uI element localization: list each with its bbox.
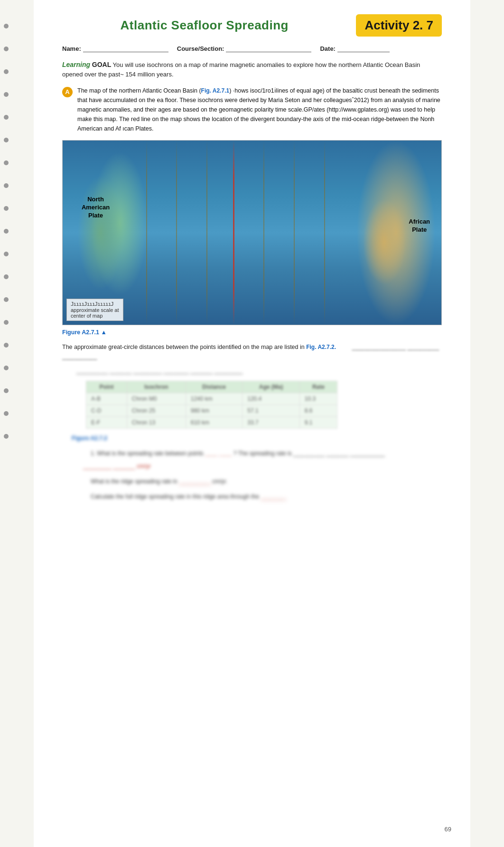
dot <box>4 297 9 302</box>
cell: 57.1 <box>243 405 300 416</box>
question-1: 1. What is the spreading rate between po… <box>76 449 442 471</box>
cell: 120.4 <box>243 393 300 405</box>
dot <box>4 434 9 439</box>
dot <box>4 320 9 325</box>
dot <box>4 160 9 165</box>
intro-text: The approximate great-circle distances b… <box>62 344 305 350</box>
isochron-line <box>324 141 325 325</box>
dot <box>4 411 9 416</box>
map-background <box>63 141 441 325</box>
dot <box>4 47 9 51</box>
dot <box>4 138 9 142</box>
intro-paragraph: The approximate great-circle distances b… <box>62 342 442 362</box>
cell: 10.3 <box>299 393 337 405</box>
isochron-line <box>146 141 147 325</box>
data-table: Point Isochron Distance Age (Ma) Rate A-… <box>86 381 337 429</box>
dot <box>4 274 9 279</box>
q3-text-blurred: Calculate the full ridge spreading rate … <box>91 492 442 501</box>
q1-answer-line: _________ _______ cm/yr <box>76 461 442 471</box>
date-line[interactable] <box>337 46 390 52</box>
dot <box>4 388 9 393</box>
q2-inline-red: __________ <box>179 478 211 485</box>
isochron-line <box>294 141 295 325</box>
section-a-text1: The map of the northern Atlantic Ocean B… <box>77 87 201 94</box>
cell: 8.6 <box>299 405 337 416</box>
page-header: Atlantic Seafloor Spreading Activity 2. … <box>62 14 442 37</box>
cell: 980 km <box>186 405 243 416</box>
cell: Chron 13 <box>127 416 186 428</box>
cell: 33.7 <box>243 416 300 428</box>
blurred-line-1: __________ _______ _________ ________ __… <box>76 366 442 376</box>
dot <box>4 206 9 211</box>
page-number: 69 <box>445 826 451 833</box>
col-header-4: Age (Ma) <box>243 381 300 393</box>
col-header-1: Point <box>86 381 127 393</box>
fig-a272-link[interactable]: Fig. A2.7.2. <box>306 344 336 350</box>
question-2: What is the ridge spreading rate in ____… <box>76 477 442 486</box>
learning-goal: Learning GOAL You will use isochrons on … <box>62 60 442 79</box>
isochron-line <box>263 141 264 325</box>
name-field: Name: <box>62 45 172 52</box>
learning-goal-text: You will use isochrons on a map of marin… <box>62 61 420 78</box>
q1-text-blurred: 1. What is the spreading rate between po… <box>91 449 442 458</box>
course-field: Course/Section: <box>177 45 316 52</box>
date-field: Date: <box>320 45 393 52</box>
dot <box>4 92 9 97</box>
section-a: A The map of the northern Atlantic Ocean… <box>62 86 442 133</box>
cell: 1240 km <box>186 393 243 405</box>
q1-inline-red: ____ ____ <box>205 450 232 457</box>
col-header-2: Isochron <box>127 381 186 393</box>
dot <box>4 115 9 120</box>
cell: Chron 25 <box>127 405 186 416</box>
page: Atlantic Seafloor Spreading Activity 2. … <box>34 0 470 847</box>
table-row: C-D Chron 25 980 km 57.1 8.6 <box>86 405 337 416</box>
isochron-line <box>206 141 207 325</box>
table-header-row: Point Isochron Distance Age (Ma) Rate <box>86 381 337 393</box>
table-wrapper: Point Isochron Distance Age (Ma) Rate A-… <box>72 381 442 443</box>
q3-inline-red: ________ <box>261 493 286 500</box>
table-row: E-F Chron 13 610 km 33.7 9.1 <box>86 416 337 428</box>
activity-badge: Activity 2. 7 <box>356 14 442 37</box>
african-plate-label: AfricanPlate <box>409 218 430 234</box>
section-a-label: A <box>62 87 73 97</box>
dot <box>4 69 9 74</box>
cell: E-F <box>86 416 127 428</box>
north-american-plate-label: NorthAmericanPlate <box>82 196 110 220</box>
q2-text-blurred: What is the ridge spreading rate in ____… <box>91 477 442 486</box>
table-row: A-B Chron M0 1240 km 120.4 10.3 <box>86 393 337 405</box>
goal-word: GOAL <box>92 61 111 68</box>
course-label: Course/Section: <box>177 45 224 52</box>
scale-box: JııııJıııJıııııJ approximate scale atcen… <box>66 299 123 321</box>
cell: A-B <box>86 393 127 405</box>
isochron-line <box>176 141 177 325</box>
title-block: Atlantic Seafloor Spreading <box>62 18 346 33</box>
table-caption-blurred: Figure A2.7.2 <box>72 433 442 443</box>
binding-dots <box>4 0 12 439</box>
col-header-5: Rate <box>299 381 337 393</box>
figure-caption: Figure A2.7.1 ▲ <box>62 329 442 336</box>
section-a-text: The map of the northern Atlantic Ocean B… <box>77 86 442 133</box>
name-label: Name: <box>62 45 81 52</box>
cell: 610 km <box>186 416 243 428</box>
scale-text: approximate scale atcenter of map <box>71 307 119 319</box>
dot <box>4 366 9 370</box>
page-title: Atlantic Seafloor Spreading <box>121 18 289 32</box>
dot <box>4 229 9 234</box>
name-line[interactable] <box>83 46 168 52</box>
dot <box>4 24 9 28</box>
learning-word: Learning <box>62 61 90 68</box>
q1-answer: _________ _______ cm/yr <box>83 463 151 470</box>
ridge-axis-line <box>233 141 234 325</box>
map-container: NorthAmericanPlate AfricanPlate JııııJıı… <box>62 140 442 325</box>
dot <box>4 343 9 348</box>
cell: Chron M0 <box>127 393 186 405</box>
date-label: Date: <box>320 45 336 52</box>
fig-link-a271[interactable]: Fig. A2.7.1 <box>201 87 230 94</box>
form-row: Name: Course/Section: Date: <box>62 45 442 52</box>
scale-marks: JııııJıııJıııııJ <box>71 301 119 307</box>
na-plate-text: NorthAmericanPlate <box>82 196 110 219</box>
dot <box>4 183 9 188</box>
course-line[interactable] <box>226 46 311 52</box>
question-3: Calculate the full ridge spreading rate … <box>76 492 442 501</box>
cell: C-D <box>86 405 127 416</box>
